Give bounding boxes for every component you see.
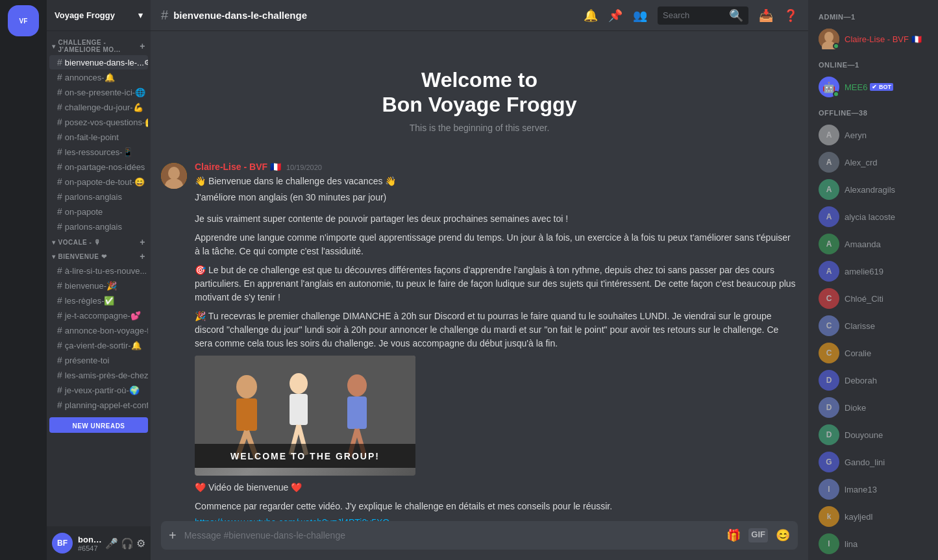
channel-item-posez-questions[interactable]: # posez-vos-questions-🤔: [49, 115, 148, 129]
search-bar[interactable]: 🔍: [658, 6, 748, 25]
member-item-douyoune[interactable]: D Douyoune: [813, 422, 933, 448]
channel-item-partage-idees[interactable]: # on-partage-nos-idées: [49, 160, 148, 174]
members-icon[interactable]: 👥: [633, 8, 647, 23]
add-channel-button[interactable]: +: [140, 41, 145, 51]
channel-item-bienvenue[interactable]: # bienvenue-dans-le-... ⚙: [49, 55, 148, 69]
gif-image: WELCOME TO THE GROUP!: [195, 356, 415, 476]
member-item-alexandragils[interactable]: A Alexandragils: [813, 177, 933, 202]
channel-item-se-presente[interactable]: # on-se-presente-ici-🌐: [49, 85, 148, 99]
member-avatar-amaanda: A: [819, 234, 839, 254]
member-avatar-aeryn: A: [819, 125, 839, 145]
member-item-coralie[interactable]: C Coralie: [813, 340, 933, 366]
member-item-amaanda[interactable]: A Amaanda: [813, 231, 933, 257]
member-item-chloe[interactable]: C Chloé_Citi: [813, 286, 933, 311]
welcome-section: Welcome to Bon Voyage Froggy This is the…: [151, 42, 808, 146]
category-challenge[interactable]: ▾ CHALLENGE - J'AMELIORE MO... +: [47, 36, 151, 55]
member-item-mee6[interactable]: 🤖 MEE6 ✔ BOT: [813, 74, 933, 100]
member-avatar-mee6: 🤖: [819, 77, 839, 97]
member-item-amelie[interactable]: A amelie619: [813, 258, 933, 284]
username-label: bonvoyagef...: [78, 535, 105, 544]
gif-button[interactable]: GIF: [748, 528, 768, 542]
channel-item-amis-pres[interactable]: # les-amis-près-de-chez-toi: [49, 368, 148, 382]
member-item-lina[interactable]: l lina: [813, 531, 933, 557]
message-timestamp: 10/19/2020: [286, 164, 322, 171]
member-item-claire[interactable]: Claire-Lise - BVF 🇫🇷: [813, 26, 933, 52]
add-attachment-button[interactable]: +: [169, 528, 177, 543]
gif-preview[interactable]: WELCOME TO THE GROUP!: [195, 356, 415, 476]
channel-item-regles[interactable]: # les-règles-✅: [49, 293, 148, 308]
settings-icon[interactable]: ⚙: [136, 537, 145, 550]
new-unreads-button[interactable]: NEW UNREADS: [49, 417, 148, 433]
server-sidebar: VF: [0, 0, 47, 560]
channel-item-papote-tout[interactable]: # on-papote-de-tout-😄: [49, 175, 148, 189]
member-item-lmane[interactable]: l lmane13: [813, 476, 933, 502]
member-name-mee6: MEE6: [845, 82, 867, 92]
svg-point-9: [290, 373, 308, 394]
member-avatar-lmane: l: [819, 479, 839, 500]
member-item-deborah[interactable]: D Deborah: [813, 367, 933, 393]
member-item-aeryn[interactable]: A Aeryn: [813, 122, 933, 148]
server-name-bar[interactable]: Voyage Froggy ▾: [47, 0, 151, 31]
help-icon[interactable]: ❓: [784, 8, 798, 23]
discriminator-label: #6547: [78, 544, 105, 552]
category-bienvenue[interactable]: ▾ BIENVENUE ❤ +: [47, 249, 151, 263]
channel-item-parlons-anglais-1[interactable]: # parlons-anglais: [49, 189, 148, 204]
inbox-icon[interactable]: 📥: [759, 8, 773, 23]
server-icon-main[interactable]: VF: [8, 5, 39, 36]
member-item-alex[interactable]: A Alex_crd: [813, 149, 933, 175]
hash-icon: #: [57, 206, 62, 217]
category-vocale[interactable]: ▾ VOCALE - 🎙 +: [47, 234, 151, 249]
member-name-clarisse: Clarisse: [845, 321, 875, 331]
channel-item-annonces[interactable]: # annonces-🔔: [49, 70, 148, 84]
channel-item-bienvenue-party[interactable]: # bienvenue-🎉: [49, 278, 148, 293]
channel-item-on-fait-point[interactable]: # on-fait-le-point: [49, 130, 148, 144]
add-voice-channel-button[interactable]: +: [140, 237, 145, 247]
members-sidebar: ADMIN—1 Claire-Lise - BVF 🇫🇷 ONLINE—1 🤖 …: [808, 0, 938, 560]
member-name-lina: lina: [845, 539, 858, 549]
hash-icon: #: [57, 340, 62, 350]
svg-rect-10: [290, 394, 308, 425]
search-input[interactable]: [663, 10, 729, 20]
member-item-dioke[interactable]: D Dioke: [813, 395, 933, 420]
message-input[interactable]: [184, 530, 722, 541]
channel-item-challenge-jour[interactable]: # challenge-du-jour-💪: [49, 100, 148, 114]
category-chevron-icon: ▾: [52, 239, 56, 246]
hash-icon: #: [57, 310, 62, 321]
channel-item-je-t-accompagne[interactable]: # je-t-accompagne-💕: [49, 308, 148, 323]
member-avatar-alexandragils: A: [819, 179, 839, 200]
member-item-clarisse[interactable]: C Clarisse: [813, 313, 933, 339]
channel-item-papote[interactable]: # on-papote: [49, 204, 148, 219]
member-item-gando[interactable]: G Gando_lini: [813, 449, 933, 475]
hash-icon: #: [57, 117, 62, 127]
channel-list: ▾ CHALLENGE - J'AMELIORE MO... + # bienv…: [47, 31, 151, 526]
hash-icon: #: [57, 265, 62, 276]
channel-item-ressources[interactable]: # les-ressources-📱: [49, 145, 148, 159]
member-name-gando: Gando_lini: [845, 457, 885, 467]
channel-item-ca-vient-sortir[interactable]: # ça-vient-de-sortir-🔔: [49, 338, 148, 352]
member-name-coralie: Coralie: [845, 348, 871, 358]
notification-icon[interactable]: 🔔: [584, 8, 598, 23]
member-item-kayljedl[interactable]: k kayljedl: [813, 504, 933, 530]
message-input-actions: 🎁 GIF 😊: [726, 528, 790, 542]
category-chevron-icon: ▾: [52, 43, 56, 50]
gift-icon[interactable]: 🎁: [726, 528, 741, 542]
add-bienvenue-channel-button[interactable]: +: [140, 251, 145, 262]
message-author-label[interactable]: Claire-Lise - BVF 🇫🇷: [195, 162, 281, 172]
deafen-icon[interactable]: 🎧: [121, 537, 134, 550]
channel-item-parlons-anglais-2[interactable]: # parlons-anglais: [49, 219, 148, 234]
channel-item-annonce-bvf[interactable]: # annonce-bon-voyage-fro...: [49, 323, 148, 337]
channel-item-presente-toi[interactable]: # présente-toi: [49, 353, 148, 367]
settings-icon[interactable]: ⚙: [144, 58, 148, 67]
member-item-alycia[interactable]: A alycia lacoste: [813, 204, 933, 230]
server-name-label: Voyage Froggy: [55, 10, 115, 20]
user-info: bonvoyagef... #6547: [78, 535, 105, 552]
emoji-icon[interactable]: 😊: [776, 528, 790, 542]
chevron-down-icon: ▾: [138, 10, 143, 20]
channel-item-partir-ou[interactable]: # je-veux-partir-où-🌍: [49, 383, 148, 397]
channel-item-a-lire[interactable]: # à-lire-si-tu-es-nouve...: [49, 263, 148, 278]
mute-icon[interactable]: 🎤: [105, 537, 118, 550]
user-bar: BF bonvoyagef... #6547 🎤 🎧 ⚙: [47, 526, 151, 560]
hash-icon: #: [57, 72, 62, 82]
channel-item-planning-appel[interactable]: # planning-appel-et-confér...: [49, 398, 148, 412]
pin-icon[interactable]: 📌: [608, 8, 623, 23]
